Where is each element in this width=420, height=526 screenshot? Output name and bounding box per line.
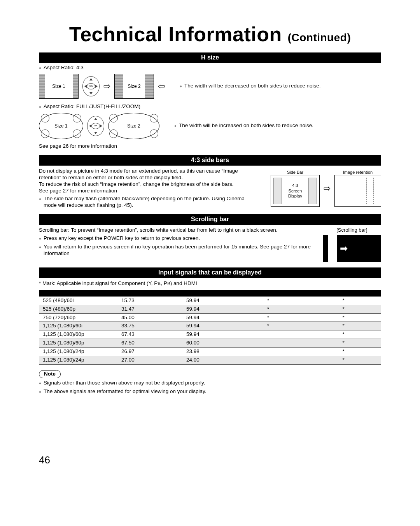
signals-table: 525 (480)/60i15.7359.94**525 (480)/60p31… <box>39 290 381 365</box>
sidebars-b1: The side bar may flash (alternate black/… <box>39 196 258 209</box>
sidebars-seepage: See page 27 for more information <box>39 188 258 194</box>
sidebars-p1: Do not display a picture in 4:3 mode for… <box>39 168 258 181</box>
sidebar-center-text: 4:3 Screen Display <box>288 183 302 199</box>
screen-43-size1: Size 1 <box>39 74 79 99</box>
scrolling-figure: ➡ <box>323 235 381 262</box>
arrow-right-icon: ⇨ <box>324 183 331 194</box>
table-row: 1,125 (1,080)/24p27.0024.00* <box>39 356 381 364</box>
hsize-aspectfull: Aspect Ratio: FULL/JUST(H-FILL/ZOOM) <box>39 103 381 110</box>
table-row: 1,125 (1,080)/60p67.5060.00* <box>39 339 381 348</box>
title-main: Technical Information <box>69 23 282 45</box>
sidebars-heading: 4:3 side bars <box>39 155 381 166</box>
remote-icon: OK <box>87 116 104 136</box>
table-row: 750 (720)/60p45.0059.94** <box>39 313 381 322</box>
scrolling-caption: [Scrolling bar] <box>323 227 381 233</box>
scrolling-b1: Press any key except the POWER key to re… <box>39 235 317 242</box>
sidebars-p2: To reduce the risk of such “Image retent… <box>39 181 258 188</box>
table-row: 1,125 (1,080)/60p67.4359.94* <box>39 330 381 339</box>
remote-icon: OK <box>82 76 100 96</box>
signals-footnote: * Mark: Applicable input signal for Comp… <box>39 280 381 287</box>
scrolling-b2: You will return to the previous screen i… <box>39 244 317 257</box>
hsize-descfull: The width will be increased on both side… <box>174 122 313 129</box>
hsize-row-43: Size 1 OK ⇨ Size 2 ⇦ The width will be d… <box>39 74 381 99</box>
screen-full-size1: Size 1 <box>39 113 83 139</box>
note-b2: The above signals are reformatted for op… <box>39 388 381 395</box>
arrow-left-icon: ⇦ <box>158 81 165 92</box>
arrow-right-icon: ➡ <box>340 243 348 254</box>
sidebars-figure: Side Bar 4:3 Screen Display ⇨ Image rete… <box>271 168 381 209</box>
signals-heading: Input signals that can be displayed <box>39 267 381 278</box>
arrow-right-icon: ⇨ <box>103 81 110 92</box>
page-number: 46 <box>39 454 381 467</box>
hsize-aspect43: Aspect Ratio: 4:3 <box>39 65 381 72</box>
table-row: 525 (480)/60p31.4759.94** <box>39 305 381 313</box>
scrolling-row: Scrolling bar: To prevent “Image retenti… <box>39 227 381 262</box>
sidebar-label: Side Bar <box>271 170 320 175</box>
table-row: 1,125 (1,080)/24p26.9723.98* <box>39 348 381 356</box>
retention-label: Image retention <box>334 170 381 175</box>
page-title: Technical Information (Continued) <box>39 22 381 47</box>
screen-full-size2: Size 2 <box>108 113 159 139</box>
table-row: 1,125 (1,080)/60i33.7559.94** <box>39 322 381 330</box>
scrolling-heading: Scrolling bar <box>39 214 381 225</box>
note-label: Note <box>39 370 61 378</box>
sidebars-row: Do not display a picture in 4:3 mode for… <box>39 168 381 209</box>
hsize-desc43: The width will be decreased on both side… <box>180 83 321 90</box>
screen-43-size2: Size 2 <box>114 74 154 99</box>
hsize-seepage: See page 26 for more information <box>39 143 381 150</box>
hsize-heading: H size <box>39 52 381 63</box>
note-b1: Signals other than those shown above may… <box>39 380 381 387</box>
table-row: 525 (480)/60i15.7359.94** <box>39 296 381 305</box>
hsize-row-full: Size 1 OK Size 2 The width will be incre… <box>39 113 381 139</box>
title-sub: (Continued) <box>288 31 351 44</box>
scrolling-desc: Scrolling bar: To prevent “Image retenti… <box>39 227 317 234</box>
